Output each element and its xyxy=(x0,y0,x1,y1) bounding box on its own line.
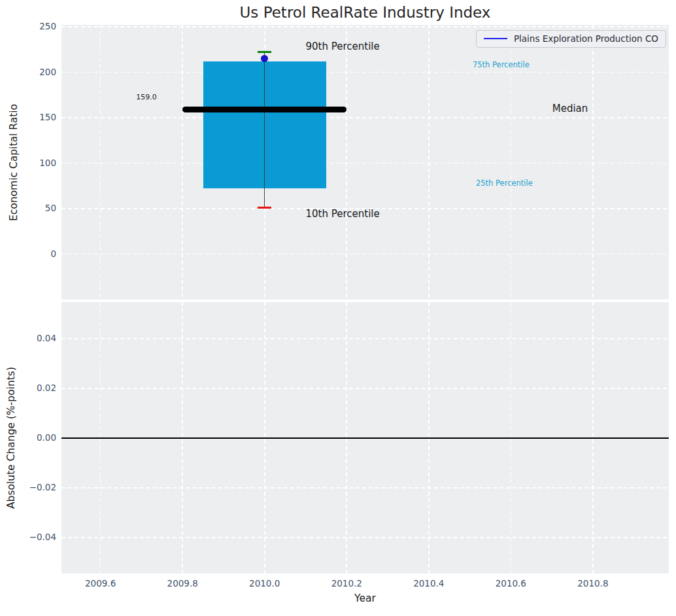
x-tick-label: 2010.8 xyxy=(567,579,619,589)
median-line xyxy=(182,107,346,112)
annotation-median: Median xyxy=(552,103,588,114)
annotation-75th-percentile: 75th Percentile xyxy=(473,61,530,69)
gridline-horizontal xyxy=(61,72,669,73)
chart-title: Us Petrol RealRate Industry Index xyxy=(61,4,669,21)
x-tick-label: 2010.0 xyxy=(239,579,291,589)
y-tick-label: 250 xyxy=(20,22,56,31)
y-tick-label: 0 xyxy=(20,250,56,259)
x-tick-label: 2010.2 xyxy=(320,579,373,589)
legend-label: Plains Exploration Production CO xyxy=(514,33,658,44)
legend-line-icon xyxy=(484,38,507,39)
whisker-line xyxy=(264,52,265,208)
figure: Us Petrol RealRate Industry Index Econom… xyxy=(0,0,676,616)
annotation-10th-percentile: 10th Percentile xyxy=(305,209,379,220)
annotation-25th-percentile: 25th Percentile xyxy=(476,179,533,188)
legend: Plains Exploration Production CO xyxy=(476,30,666,48)
annotation-90th-percentile: 90th Percentile xyxy=(305,41,379,52)
x-tick-label: 2010.4 xyxy=(403,579,455,589)
gridline-horizontal xyxy=(61,117,669,118)
gridline-horizontal xyxy=(61,163,669,164)
y-tick-label: 150 xyxy=(20,113,56,122)
gridline-horizontal xyxy=(61,487,669,488)
annotation-159-0: 159.0 xyxy=(136,94,157,101)
x-axis-label: Year xyxy=(61,592,669,604)
y-axis-label-bottom: Absolute Change (%-points) xyxy=(5,302,21,573)
x-tick-label: 2009.6 xyxy=(75,579,127,589)
whisker-cap-10th xyxy=(258,207,271,209)
y-tick-label: 0.02 xyxy=(20,384,56,393)
whisker-cap-90th xyxy=(258,51,271,53)
y-tick-label: 0.04 xyxy=(20,334,56,343)
gridline-horizontal xyxy=(61,26,669,27)
gridline-horizontal xyxy=(61,338,669,339)
y-tick-label: −0.02 xyxy=(20,483,56,492)
gridline-horizontal xyxy=(61,537,669,538)
zero-line xyxy=(61,437,669,439)
y-tick-label: 100 xyxy=(20,159,56,168)
y-tick-label: 200 xyxy=(20,68,56,77)
y-tick-label: −0.04 xyxy=(20,533,56,542)
gridline-horizontal xyxy=(61,388,669,389)
x-tick-label: 2010.6 xyxy=(484,579,537,589)
y-tick-label: 50 xyxy=(20,204,56,213)
gridline-horizontal xyxy=(61,254,669,255)
y-tick-label: 0.00 xyxy=(20,434,56,443)
x-tick-label: 2009.8 xyxy=(156,579,209,589)
